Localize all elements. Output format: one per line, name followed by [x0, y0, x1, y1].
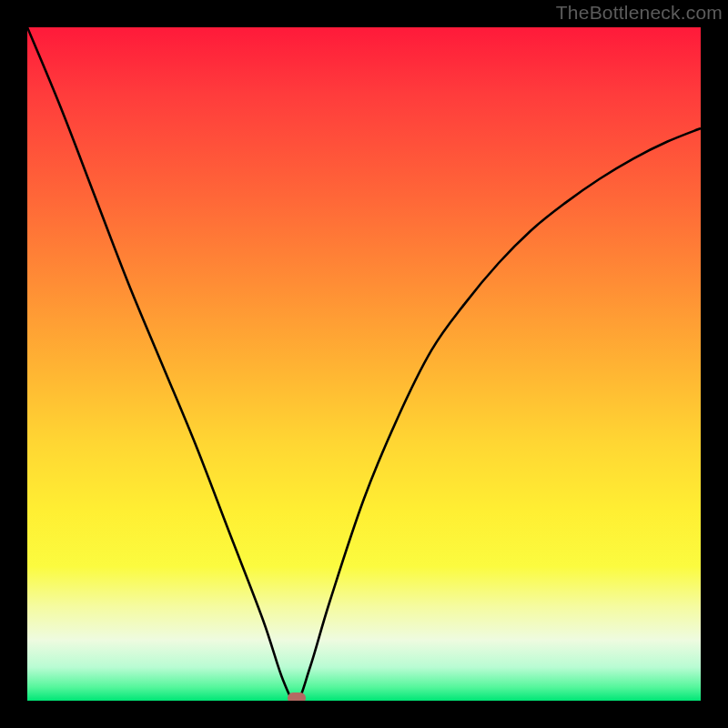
curve-line — [27, 27, 701, 701]
chart-frame: TheBottleneck.com — [0, 0, 728, 728]
bottleneck-curve — [27, 27, 701, 701]
minimum-marker — [288, 693, 306, 701]
watermark-text: TheBottleneck.com — [556, 2, 723, 24]
plot-area — [27, 27, 701, 701]
